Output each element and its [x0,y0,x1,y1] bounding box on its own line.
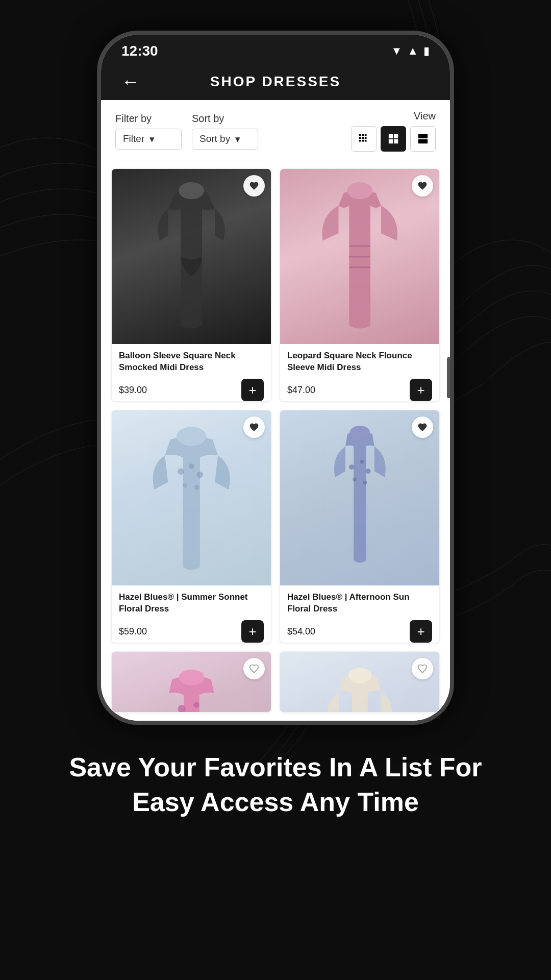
product-footer-2: $47.00 + [287,379,432,401]
filter-sort-bar: Filter by Filter ▾ Sort by Sort by ▾ [101,100,450,160]
product-photo-3 [112,410,271,585]
svg-rect-15 [418,139,428,143]
product-image-2 [280,169,439,344]
view-large-grid-button[interactable] [381,126,406,152]
product-image-5 [112,652,271,713]
svg-point-17 [347,182,372,199]
product-image-1 [112,169,271,344]
sort-chevron-icon: ▾ [235,133,240,145]
product-price-3: $59.00 [119,626,147,637]
view-label: View [414,110,436,122]
product-4-add-button[interactable]: + [410,620,432,643]
svg-point-31 [353,477,357,481]
heart-filled-icon-2 [417,181,428,191]
product-5-favorite-button[interactable] [243,658,265,679]
small-grid-icon [358,133,369,144]
product-photo-4 [280,410,439,585]
svg-point-22 [178,468,184,475]
status-time: 12:30 [121,43,158,59]
svg-rect-12 [389,139,393,143]
filter-chevron-icon: ▾ [149,133,155,145]
svg-rect-2 [362,134,364,136]
product-info-3: Hazel Blues® | Summer Sonnet Floral Dres… [112,585,271,643]
filter-by-label: Filter by [115,113,182,125]
svg-rect-1 [359,134,361,136]
product-price-2: $47.00 [287,385,315,396]
svg-point-34 [178,705,185,713]
heart-outline-icon-6 [417,664,428,674]
side-button [447,357,450,398]
svg-rect-6 [365,137,367,139]
product-image-3 [112,410,271,585]
product-footer-1: $39.00 + [119,379,264,401]
product-photo-2 [280,169,439,344]
svg-point-24 [196,471,203,478]
filter-group: Filter by Filter ▾ [115,113,182,150]
product-footer-3: $59.00 + [119,620,264,643]
product-1-favorite-button[interactable] [243,175,265,197]
battery-icon: ▮ [423,44,430,58]
product-4-favorite-button[interactable] [412,416,433,438]
filter-dropdown-label: Filter [123,133,144,144]
product-info-4: Hazel Blues® | Afternoon Sun Floral Dres… [280,585,439,643]
svg-rect-11 [394,134,398,138]
product-3-favorite-button[interactable] [243,416,265,438]
view-buttons [351,126,436,152]
sort-group: Sort by Sort by ▾ [192,113,258,150]
product-card-1: Balloon Sleeve Square Neck Smocked Midi … [111,168,271,402]
svg-rect-7 [359,140,361,142]
filter-dropdown[interactable]: Filter ▾ [115,129,182,150]
nav-bar: ← SHOP DRESSES [101,65,450,100]
sort-dropdown[interactable]: Sort by ▾ [192,129,258,150]
heart-filled-icon-3 [249,422,259,432]
view-small-grid-button[interactable] [351,126,377,152]
caption-text: Save Your Favorites In A List For Easy A… [41,750,510,819]
svg-point-35 [193,702,199,708]
svg-rect-4 [359,137,361,139]
svg-point-25 [183,483,187,487]
phone-screen: 12:30 ▼ ▲ ▮ ← SHOP DRESSES Filter by [101,35,450,721]
svg-point-21 [177,427,206,446]
list-icon [417,133,429,144]
content-area: Filter by Filter ▾ Sort by Sort by ▾ [101,100,450,721]
product-info-1: Balloon Sleeve Square Neck Smocked Midi … [112,344,271,402]
view-group: View [351,110,436,152]
product-photo-1 [112,169,271,344]
svg-point-33 [179,670,204,685]
svg-point-26 [194,485,199,490]
product-footer-4: $54.00 + [287,620,432,643]
svg-point-27 [349,426,370,440]
svg-point-38 [348,668,371,683]
large-grid-icon [388,133,399,144]
product-name-1: Balloon Sleeve Square Neck Smocked Midi … [119,350,264,374]
svg-point-16 [179,182,204,199]
back-button[interactable]: ← [121,72,140,91]
product-name-3: Hazel Blues® | Summer Sonnet Floral Dres… [119,592,264,615]
sort-by-label: Sort by [192,113,258,125]
heart-filled-icon-4 [417,422,428,432]
svg-rect-9 [365,140,367,142]
product-info-2: Leopard Square Neck Flounce Sleeve Midi … [280,344,439,402]
svg-rect-3 [365,134,367,136]
product-card-6 [280,651,440,713]
signal-icon: ▲ [407,44,418,58]
product-image-6 [280,652,439,713]
product-2-favorite-button[interactable] [412,175,433,197]
product-3-add-button[interactable]: + [241,620,264,643]
svg-rect-13 [394,139,398,143]
product-6-favorite-button[interactable] [412,658,433,679]
product-1-add-button[interactable]: + [241,379,264,401]
bottom-caption: Save Your Favorites In A List For Easy A… [0,725,551,850]
wifi-icon: ▼ [391,44,402,58]
product-name-2: Leopard Square Neck Flounce Sleeve Midi … [287,350,432,374]
svg-rect-14 [418,134,428,138]
product-price-4: $54.00 [287,626,315,637]
product-card-3: Hazel Blues® | Summer Sonnet Floral Dres… [111,410,271,643]
view-list-button[interactable] [410,126,436,152]
product-image-4 [280,410,439,585]
product-price-1: $39.00 [119,385,147,396]
sort-dropdown-label: Sort by [199,133,230,144]
product-2-add-button[interactable]: + [410,379,432,401]
status-bar: 12:30 ▼ ▲ ▮ [101,35,450,65]
status-icons: ▼ ▲ ▮ [391,44,430,58]
